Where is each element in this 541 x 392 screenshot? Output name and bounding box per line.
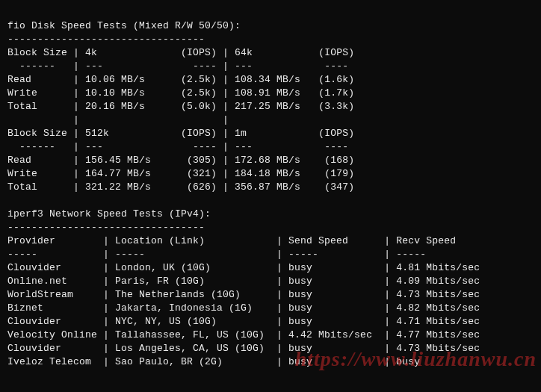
fio-row-write-1: Write | 10.10 MB/s (2.5k) | 108.91 MB/s … <box>7 87 354 99</box>
iperf-row: WorldStream | The Netherlands (10G) | bu… <box>7 289 480 300</box>
fio-row-read-1: Read | 10.06 MB/s (2.5k) | 108.34 MB/s (… <box>7 74 354 85</box>
fio-title: fio Disk Speed Tests (Mixed R/W 50/50): <box>7 20 241 31</box>
iperf-row: Velocity Online | Tallahassee, FL, US (1… <box>7 329 480 340</box>
fio-subheader-row-2: ------ | --- ---- | --- ---- <box>7 141 354 152</box>
fio-subheader-row-1: ------ | --- ---- | --- ---- <box>7 60 354 72</box>
fio-spacer-1: | | <box>7 114 354 125</box>
iperf-title: iperf3 Network Speed Tests (IPv4): <box>7 208 211 220</box>
fio-row-total-2: Total | 321.22 MB/s (626) | 356.87 MB/s … <box>7 181 354 193</box>
fio-row-write-2: Write | 164.77 MB/s (321) | 184.18 MB/s … <box>7 168 354 179</box>
fio-row-total-1: Total | 20.16 MB/s (5.0k) | 217.25 MB/s … <box>7 101 354 112</box>
iperf-subheader-row: ----- | ----- | ----- | ----- <box>7 249 426 260</box>
iperf-header-row: Provider | Location (Link) | Send Speed … <box>7 235 456 246</box>
fio-row-read-2: Read | 156.45 MB/s (305) | 172.68 MB/s (… <box>7 155 354 166</box>
iperf-row: Clouvider | London, UK (10G) | busy | 4.… <box>7 262 480 273</box>
iperf-row: Clouvider | NYC, NY, US (10G) | busy | 4… <box>7 316 480 327</box>
iperf-divider: --------------------------------- <box>7 222 205 233</box>
fio-header-row-1: Block Size | 4k (IOPS) | 64k (IOPS) <box>7 47 354 58</box>
iperf-row: Online.net | Paris, FR (10G) | busy | 4.… <box>7 276 480 287</box>
iperf-row: Biznet | Jakarta, Indonesia (1G) | busy … <box>7 302 480 314</box>
fio-divider: --------------------------------- <box>7 34 205 45</box>
iperf-row: Iveloz Telecom | Sao Paulo, BR (2G) | bu… <box>7 356 420 367</box>
terminal-output: fio Disk Speed Tests (Mixed R/W 50/50): … <box>0 0 541 375</box>
fio-header-row-2: Block Size | 512k (IOPS) | 1m (IOPS) <box>7 128 354 139</box>
iperf-row: Clouvider | Los Angeles, CA, US (10G) | … <box>7 343 480 354</box>
